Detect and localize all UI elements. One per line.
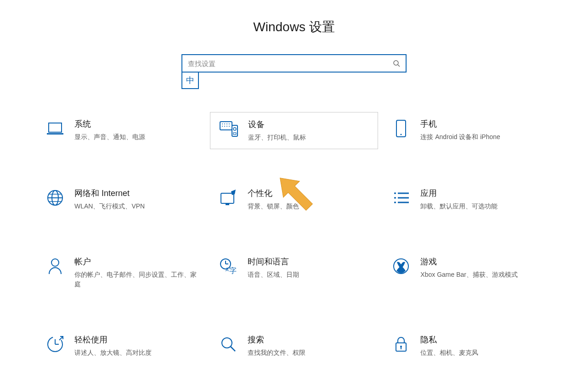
svg-point-5 [222,123,223,124]
svg-text:A: A [226,267,229,272]
personalization-icon [218,188,238,208]
tile-search[interactable]: 搜索 查找我的文件、权限 [210,328,379,364]
svg-point-31 [51,259,59,266]
svg-rect-4 [220,122,232,130]
tile-system[interactable]: 系统 显示、声音、通知、电源 [37,112,205,149]
tile-desc: 语音、区域、日期 [248,270,370,280]
tile-desc: 讲述人、放大镜、高对比度 [74,348,197,358]
svg-point-10 [224,126,225,127]
svg-point-17 [401,134,402,135]
tile-title: 应用 [420,188,543,199]
laptop-icon [45,118,65,139]
magnifier-icon [218,334,238,354]
svg-point-8 [229,123,230,124]
tile-desc: 位置、相机、麦克风 [420,348,543,358]
tile-desc: 显示、声音、通知、电源 [74,132,197,142]
tile-title: 个性化 [248,188,370,199]
tile-desc: Xbox Game Bar、捕获、游戏模式 [420,270,543,280]
svg-rect-3 [47,133,63,134]
tile-title: 时间和语言 [248,256,370,267]
tile-title: 手机 [420,118,543,129]
tile-title: 系统 [74,118,197,129]
page-title: Windows 设置 [37,18,551,36]
tile-title: 网络和 Internet [74,188,197,199]
svg-point-11 [226,126,227,127]
xbox-icon [391,256,411,276]
tile-desc: 蓝牙、打印机、鼠标 [248,133,370,142]
svg-point-42 [222,338,232,348]
tile-apps[interactable]: 应用 卸载、默认应用、可选功能 [383,181,551,218]
time-language-icon: 字 A [218,256,238,276]
tile-title: 轻松使用 [74,334,197,345]
svg-point-6 [224,123,225,124]
person-icon [45,256,65,276]
settings-grid: 系统 显示、声音、通知、电源 设备 蓝牙、打印机、鼠标 [37,112,551,364]
tile-gaming[interactable]: 游戏 Xbox Game Bar、捕获、游戏模式 [383,250,551,296]
devices-icon [219,119,239,139]
tile-desc: 你的帐户、电子邮件、同步设置、工作、家庭 [74,270,197,289]
svg-point-12 [229,126,230,127]
tile-desc: 卸载、默认应用、可选功能 [420,202,543,211]
apps-icon [391,188,411,208]
tile-desc: 连接 Android 设备和 iPhone [420,132,543,142]
tile-desc: 查找我的文件、权限 [248,348,370,358]
tile-title: 帐户 [74,256,197,267]
svg-line-41 [59,336,63,340]
tile-title: 隐私 [420,334,543,345]
svg-rect-23 [221,193,234,203]
search-input[interactable] [188,60,393,67]
svg-point-9 [222,126,223,127]
phone-icon [391,118,411,139]
tile-accounts[interactable]: 帐户 你的帐户、电子邮件、同步设置、工作、家庭 [37,250,205,296]
tile-title: 设备 [248,119,370,130]
tile-devices[interactable]: 设备 蓝牙、打印机、鼠标 [210,112,379,149]
svg-rect-2 [49,123,62,132]
tile-title: 搜索 [248,334,370,345]
tile-desc: WLAN、飞行模式、VPN [74,202,197,211]
tile-time-language[interactable]: 字 A 时间和语言 语音、区域、日期 [210,250,379,296]
tile-title: 游戏 [420,256,543,267]
search-icon [393,60,400,67]
lock-icon [391,334,411,354]
svg-line-43 [231,347,235,351]
svg-line-1 [398,65,400,67]
tile-personalization[interactable]: 个性化 背景、锁屏、颜色 [210,181,379,218]
svg-rect-24 [226,204,229,205]
tile-network[interactable]: 网络和 Internet WLAN、飞行模式、VPN [37,181,205,218]
globe-icon [45,188,65,208]
tile-ease-of-access[interactable]: 轻松使用 讲述人、放大镜、高对比度 [37,328,205,364]
ease-of-access-icon [45,334,65,354]
tile-phone[interactable]: 手机 连接 Android 设备和 iPhone [383,112,551,149]
svg-text:字: 字 [229,267,237,274]
svg-point-7 [226,123,227,124]
svg-point-0 [394,61,398,65]
tile-desc: 背景、锁屏、颜色 [248,202,370,211]
search-box[interactable] [181,54,407,73]
ime-indicator[interactable]: 中 [181,72,199,89]
tile-privacy[interactable]: 隐私 位置、相机、麦克风 [383,328,551,364]
